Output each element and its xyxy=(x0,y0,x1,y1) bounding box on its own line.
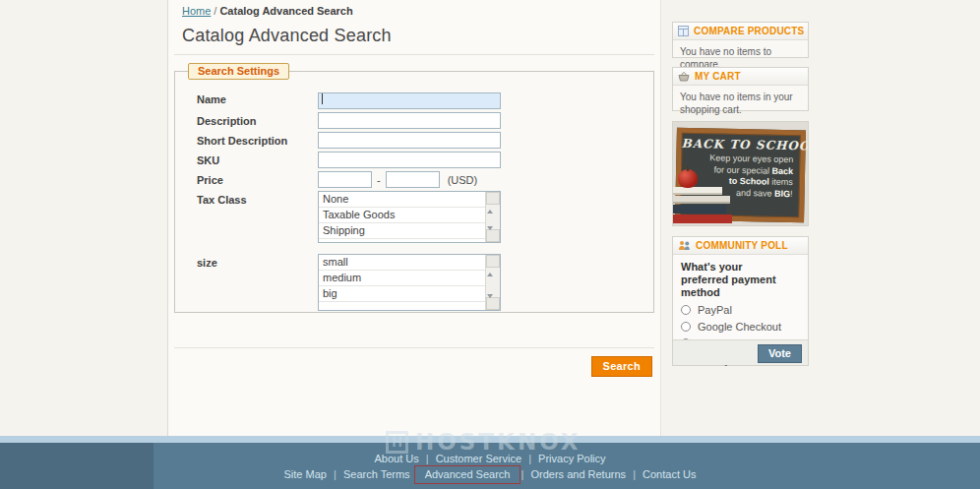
short-description-label: Short Description xyxy=(197,132,318,147)
tax-class-option[interactable]: None xyxy=(319,192,485,208)
footer-link-about-us[interactable]: About Us xyxy=(374,453,418,464)
sku-input[interactable] xyxy=(318,152,501,168)
breadcrumb-current: Catalog Advanced Search xyxy=(219,5,352,17)
text-cursor xyxy=(322,93,323,104)
compare-products-title: COMPARE PRODUCTS xyxy=(694,26,804,36)
community-poll-title: COMMUNITY POLL xyxy=(696,240,788,251)
short-description-input[interactable] xyxy=(318,132,501,149)
books-graphic xyxy=(673,186,734,223)
poll-people-icon xyxy=(678,237,691,255)
title-divider xyxy=(174,54,654,55)
compare-products-box: COMPARE PRODUCTS You have no items to co… xyxy=(672,22,809,58)
scroll-up-arrow-icon[interactable] xyxy=(486,192,500,205)
name-input[interactable] xyxy=(318,92,501,109)
price-range-dash: - xyxy=(377,171,381,186)
form-row-sku: SKU xyxy=(197,152,653,168)
my-cart-empty-text: You have no items in your shopping cart. xyxy=(673,86,808,123)
community-poll-box: COMMUNITY POLL What's your preferred pay… xyxy=(672,236,809,366)
description-input[interactable] xyxy=(318,112,501,129)
form-row-size: size small medium big xyxy=(197,254,653,311)
sku-label: SKU xyxy=(197,152,318,166)
description-label: Description xyxy=(197,112,318,127)
form-row-name: Name xyxy=(197,91,653,109)
page-title: Catalog Advanced Search xyxy=(182,26,646,46)
poll-option-paypal[interactable]: PayPal xyxy=(673,302,808,319)
cart-icon xyxy=(678,68,690,86)
scrollbar[interactable] xyxy=(485,255,500,310)
tax-class-label: Tax Class xyxy=(197,191,318,206)
footer-link-search-terms[interactable]: Search Terms xyxy=(343,468,410,480)
poll-option-label: PayPal xyxy=(698,304,732,316)
form-row-short-description: Short Description xyxy=(197,132,653,149)
footer-accent-bar xyxy=(0,436,980,443)
footer-link-orders-and-returns[interactable]: Orders and Returns xyxy=(530,468,626,480)
footer-links-row-1: About Us | Customer Service | Privacy Po… xyxy=(0,443,980,464)
footer-link-customer-service[interactable]: Customer Service xyxy=(436,453,521,464)
price-to-input[interactable] xyxy=(386,171,440,188)
scroll-down-arrow-icon[interactable] xyxy=(486,229,500,242)
footer-link-privacy-policy[interactable]: Privacy Policy xyxy=(538,453,605,464)
name-label: Name xyxy=(197,91,318,105)
poll-question: What's your preferred payment method xyxy=(673,255,791,302)
vote-button[interactable]: Vote xyxy=(758,344,802,363)
back-to-school-banner[interactable]: BACK TO SCHOOL Keep your eyes open for o… xyxy=(672,121,809,226)
size-label: size xyxy=(197,254,318,269)
size-multiselect[interactable]: small medium big xyxy=(318,254,501,311)
poll-radio[interactable] xyxy=(681,322,691,332)
form-row-price: Price - (USD) xyxy=(197,171,653,188)
tax-class-option[interactable]: Shipping xyxy=(319,223,485,239)
poll-footer: Vote xyxy=(673,339,808,365)
footer-links-row-2: Site Map | Search Terms Advanced Search … xyxy=(0,464,980,480)
breadcrumb: Home/Catalog Advanced Search xyxy=(168,0,660,17)
footer-link-site-map[interactable]: Site Map xyxy=(284,468,327,480)
price-currency-note: (USD) xyxy=(448,171,478,186)
poll-option-label: Google Checkout xyxy=(698,321,781,333)
footer-link-advanced-search[interactable]: Advanced Search xyxy=(425,468,511,480)
price-from-input[interactable] xyxy=(318,171,372,188)
size-option[interactable]: medium xyxy=(319,271,485,286)
form-row-description: Description xyxy=(197,112,653,129)
footer: About Us | Customer Service | Privacy Po… xyxy=(0,443,980,489)
breadcrumb-home-link[interactable]: Home xyxy=(182,5,211,17)
my-cart-title: MY CART xyxy=(695,71,741,82)
compare-icon xyxy=(678,23,689,40)
buttons-row: Search xyxy=(168,348,660,377)
my-cart-box: MY CART You have no items in your shoppi… xyxy=(672,67,809,111)
scrollbar[interactable] xyxy=(485,192,500,242)
price-label: Price xyxy=(197,171,318,186)
search-settings-legend: Search Settings xyxy=(188,63,289,80)
poll-option-google-checkout[interactable]: Google Checkout xyxy=(673,319,808,336)
size-option[interactable]: small xyxy=(319,255,485,271)
scroll-up-arrow-icon[interactable] xyxy=(486,255,500,268)
scroll-down-arrow-icon[interactable] xyxy=(486,297,500,310)
main-content-column: Home/Catalog Advanced Search Catalog Adv… xyxy=(167,0,661,436)
breadcrumb-separator: / xyxy=(214,5,216,17)
banner-heading: BACK TO SCHOOL xyxy=(682,137,801,153)
tax-class-option[interactable]: Taxable Goods xyxy=(319,208,485,223)
footer-link-contact-us[interactable]: Contact Us xyxy=(643,468,696,480)
annotation-highlight-box: Advanced Search xyxy=(414,465,521,484)
search-button[interactable]: Search xyxy=(591,356,653,377)
form-row-tax-class: Tax Class None Taxable Goods Shipping xyxy=(197,191,653,251)
apple-graphic xyxy=(678,169,698,188)
search-settings-fieldset: Search Settings Name Description Short D… xyxy=(174,71,654,313)
poll-radio[interactable] xyxy=(681,305,691,315)
size-option[interactable]: big xyxy=(319,286,485,302)
tax-class-multiselect[interactable]: None Taxable Goods Shipping xyxy=(318,191,501,243)
